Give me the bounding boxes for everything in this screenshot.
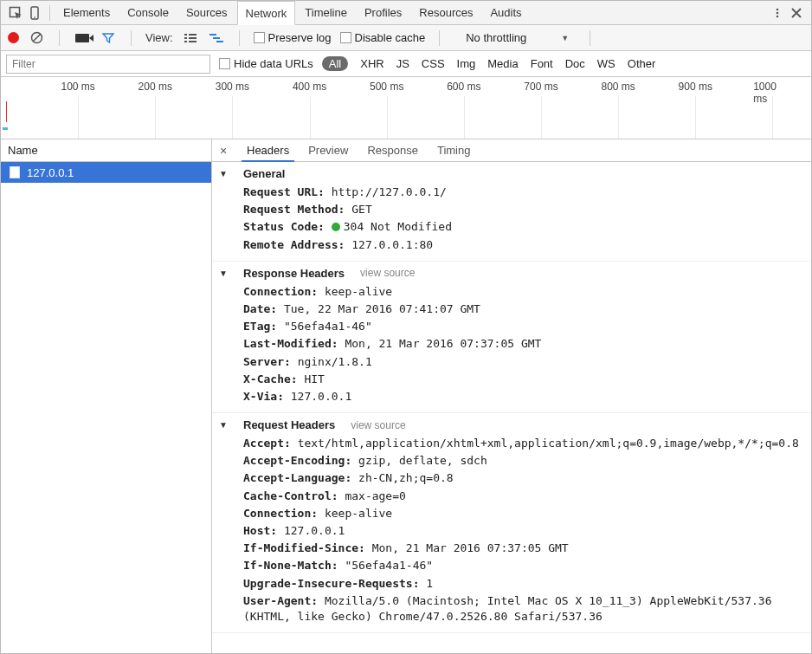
type-filter-ws[interactable]: WS [597,57,615,70]
header-value: "56efa4a1-46" [284,320,372,333]
header-key: X-Cache: [243,372,304,385]
header-row: Last-Modified: Mon, 21 Mar 2016 07:37:05… [243,335,804,353]
header-key: Connection: [243,285,325,298]
svg-point-4 [777,11,779,14]
svg-rect-10 [184,37,187,39]
type-filter-doc[interactable]: Doc [565,57,585,70]
record-button[interactable] [8,32,19,43]
svg-point-3 [777,8,779,10]
tab-sources[interactable]: Sources [178,1,235,25]
svg-rect-16 [216,41,223,42]
svg-rect-12 [184,41,187,42]
capture-screenshots-icon[interactable] [74,29,91,47]
section-toggle-icon[interactable]: ▼ [219,269,228,278]
header-row: Remote Address: 127.0.0.1:80 [243,236,804,254]
view-waterfall-icon[interactable] [208,29,225,47]
section-toggle-icon[interactable]: ▼ [219,169,228,178]
header-row: Cache-Control: max-age=0 [243,488,804,505]
clear-icon[interactable] [28,29,45,47]
status-dot-icon [332,223,340,231]
header-value: GET [351,203,371,216]
tab-resources[interactable]: Resources [411,1,480,25]
disable-cache-label: Disable cache [355,31,426,44]
tab-profiles[interactable]: Profiles [357,1,409,25]
detail-tab-response[interactable]: Response [362,139,423,162]
header-value: gzip, deflate, sdch [358,454,487,467]
detail-tab-headers[interactable]: Headers [242,139,294,162]
more-icon[interactable] [768,3,787,23]
timeline-tick: 100 ms [61,81,94,93]
type-filter-img[interactable]: Img [457,57,476,70]
disable-cache-checkbox[interactable]: Disable cache [340,31,426,44]
type-filter-other[interactable]: Other [628,57,656,70]
header-row: If-Modified-Since: Mon, 21 Mar 2016 07:3… [243,540,804,557]
header-value: zh-CN,zh;q=0.8 [358,471,454,484]
tab-network[interactable]: Network [237,1,296,25]
timeline-tick: 500 ms [370,81,403,93]
timeline-gridline [155,96,156,139]
type-filter-all[interactable]: All [322,56,348,71]
header-key: Accept: [243,437,298,450]
header-key: Server: [243,355,298,368]
section-title: Request Headers [243,418,335,431]
timeline-gridline [387,96,388,139]
inspect-icon[interactable] [6,3,25,23]
type-filter-media[interactable]: Media [487,57,518,70]
header-row: Connection: keep-alive [243,283,804,301]
device-mode-icon[interactable] [25,3,44,23]
header-value: 127.0.0.1:80 [351,238,433,251]
header-key: Request Method: [243,203,351,216]
filter-input[interactable] [6,55,210,74]
timeline-request-mark [3,127,8,130]
section-toggle-icon[interactable]: ▼ [219,420,228,430]
filter-toggle-icon[interactable] [100,29,117,47]
type-filter-font[interactable]: Font [531,57,553,70]
close-devtools-icon[interactable] [787,3,806,23]
svg-rect-14 [209,34,216,36]
view-source-link[interactable]: view source [351,419,405,431]
header-row: If-None-Match: "56efa4a1-46" [243,557,804,574]
header-row: Request URL: http://127.0.0.1/ [243,184,804,201]
header-value: 304 Not Modified [344,220,452,233]
header-value: "56efa4a1-46" [345,559,433,572]
tab-audits[interactable]: Audits [482,1,529,25]
header-value: nginx/1.8.1 [298,355,372,368]
header-value: Mon, 21 Mar 2016 07:37:05 GMT [372,541,569,554]
tab-timeline[interactable]: Timeline [297,1,355,25]
timeline-tick: 800 ms [601,81,635,93]
timeline-tick: 600 ms [447,81,480,93]
close-detail-icon[interactable]: × [216,144,231,158]
header-key: Accept-Language: [243,471,358,484]
view-source-link[interactable]: view source [360,267,415,279]
timeline-gridline [618,96,619,139]
header-key: Request URL: [243,185,332,198]
header-value: 1 [426,577,433,590]
header-key: Accept-Encoding: [243,454,358,467]
detail-tab-preview[interactable]: Preview [303,139,353,162]
chevron-down-icon: ▼ [561,34,569,42]
view-list-icon[interactable] [182,29,199,47]
tab-console[interactable]: Console [119,1,177,25]
header-row: Status Code: 304 Not Modified [243,218,804,236]
header-key: Cache-Control: [243,489,345,502]
preserve-log-checkbox[interactable]: Preserve log [254,31,332,44]
request-row[interactable]: 127.0.0.1 [1,162,211,183]
header-value: text/html,application/xhtml+xml,applicat… [298,437,799,450]
type-filter-css[interactable]: CSS [422,57,445,70]
timeline-gridline [78,96,79,139]
hide-data-urls-checkbox[interactable]: Hide data URLs [219,57,313,70]
timeline-gridline [232,96,233,139]
name-column-header[interactable]: Name [1,139,211,162]
header-row: User-Agent: Mozilla/5.0 (Macintosh; Inte… [243,592,804,625]
tab-elements[interactable]: Elements [55,1,118,25]
type-filter-xhr[interactable]: XHR [360,57,383,70]
detail-tab-timing[interactable]: Timing [432,139,476,162]
svg-point-2 [34,16,35,18]
header-key: Status Code: [243,220,332,233]
type-filter-js[interactable]: JS [396,57,409,70]
preserve-log-label: Preserve log [268,31,332,44]
timeline-gridline [695,96,696,139]
header-value: Tue, 22 Mar 2016 07:41:07 GMT [284,302,480,315]
header-row: Date: Tue, 22 Mar 2016 07:41:07 GMT [243,301,804,318]
throttling-select[interactable]: No throttling ▼ [459,31,576,44]
